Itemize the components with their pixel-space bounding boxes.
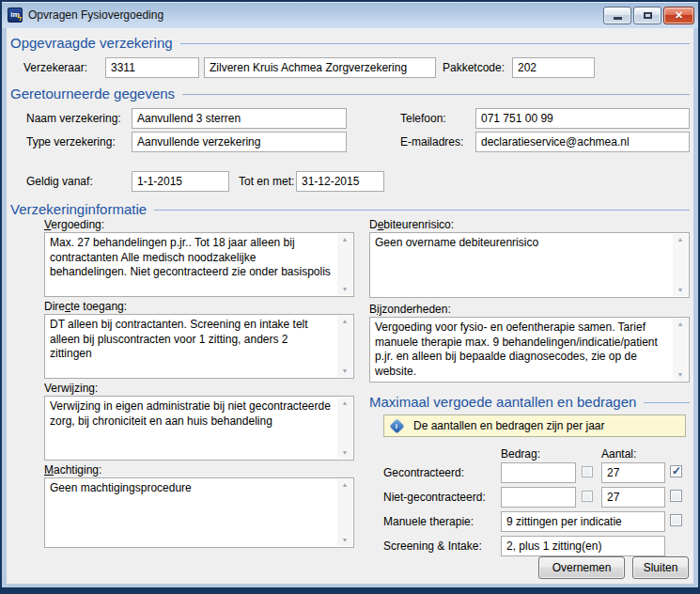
- notice-banner: i De aantallen en bedragen zijn per jaar: [383, 414, 686, 437]
- scroll-up-icon: ▲: [677, 236, 684, 243]
- verwijzing-text: Verwijzing in eigen administratie bij ni…: [50, 399, 333, 429]
- verwijzing-scrollbar[interactable]: ▲ ▼: [337, 398, 352, 459]
- debiteurenrisico-textbox[interactable]: Geen overname debiteurenrisico ▲ ▼: [369, 232, 690, 298]
- directe-toegang-text: DT alleen bij contractanten. Screening e…: [50, 318, 333, 362]
- gecontracteerd-bedrag-input[interactable]: [501, 462, 576, 483]
- minimize-button[interactable]: [603, 7, 631, 24]
- gecontracteerd-aantal-checkbox[interactable]: [670, 465, 682, 477]
- aantal-column-header: Aantal:: [601, 447, 636, 461]
- verzekeraar-naam-input[interactable]: [204, 57, 436, 78]
- directe-toegang-textbox[interactable]: DT alleen bij contractanten. Screening e…: [44, 314, 354, 379]
- vergoeding-text: Max. 27 behandelingen p.jr.. Tot 18 jaar…: [50, 236, 333, 280]
- section-title-opgevraagde: Opgevraagde verzekering: [10, 35, 173, 51]
- scroll-up-icon: ▲: [342, 481, 349, 489]
- section-divider: [182, 94, 690, 95]
- bijzonderheden-textbox[interactable]: Vergoeding voor fysio- en oefentherapie …: [369, 317, 690, 383]
- dialog-window: im ϟ Opvragen Fysiovergoeding ✕ Opgevraa…: [0, 0, 700, 594]
- app-icon: im ϟ: [8, 8, 23, 23]
- telefoon-label: Telefoon:: [400, 112, 446, 125]
- geldig-vanaf-label: Geldig vanaf:: [26, 175, 93, 188]
- geldig-vanaf-input[interactable]: [132, 171, 229, 192]
- vergoeding-textbox[interactable]: Max. 27 behandelingen p.jr.. Tot 18 jaar…: [44, 232, 354, 297]
- debiteurenrisico-label: Debiteurenrisico:: [369, 218, 454, 231]
- section-verzekeringinformatie: Verzekeringinformatie: [10, 199, 690, 218]
- close-button[interactable]: ✕: [663, 7, 694, 24]
- directe-toegang-label: Directe toegang:: [44, 300, 127, 313]
- scroll-up-icon: ▲: [342, 318, 349, 325]
- machtiging-label: Machtiging:: [44, 463, 101, 477]
- type-verzekering-label: Type verzekering:: [26, 135, 116, 148]
- niet-gecontracteerd-label: Niet-gecontracteerd:: [383, 491, 486, 504]
- section-opgevraagde-verzekering: Opgevraagde verzekering: [10, 33, 690, 52]
- window-title: Opvragen Fysiovergoeding: [28, 8, 603, 22]
- maximize-icon: [644, 12, 652, 19]
- naam-verzekering-input[interactable]: [132, 108, 347, 129]
- section-title-verzekeringinformatie: Verzekeringinformatie: [10, 201, 147, 217]
- dialog-content: Opgevraagde verzekering Verzekeraar: Pak…: [7, 28, 693, 584]
- email-label: E-mailadres:: [400, 135, 463, 148]
- gecontracteerd-aantal-input[interactable]: [601, 462, 665, 483]
- section-title-geretourneerde: Geretourneerde gegevens: [10, 86, 175, 102]
- niet-gecontracteerd-bedrag-input[interactable]: [501, 487, 576, 508]
- scroll-down-icon: ▼: [342, 537, 349, 544]
- minimize-icon: [614, 17, 622, 20]
- app-logo-bolt-icon: ϟ: [17, 14, 22, 23]
- scroll-up-icon: ▲: [342, 399, 349, 407]
- scroll-up-icon: ▲: [342, 236, 349, 243]
- scroll-down-icon: ▼: [677, 287, 684, 294]
- manuele-therapie-input[interactable]: [501, 511, 665, 532]
- scroll-up-icon: ▲: [677, 320, 684, 328]
- section-divider: [644, 402, 690, 403]
- verwijzing-textbox[interactable]: Verwijzing in eigen administratie bij ni…: [44, 396, 354, 461]
- section-divider: [154, 210, 690, 211]
- verzekeraar-code-input[interactable]: [105, 57, 199, 78]
- titlebar[interactable]: im ϟ Opvragen Fysiovergoeding ✕: [2, 2, 698, 28]
- scroll-down-icon: ▼: [342, 367, 349, 375]
- niet-gecontracteerd-aantal-checkbox[interactable]: [670, 490, 682, 502]
- gecontracteerd-bedrag-checkbox[interactable]: [582, 466, 593, 477]
- section-geretourneerde-gegevens: Geretourneerde gegevens: [10, 84, 690, 102]
- bijzonderheden-scrollbar[interactable]: ▲ ▼: [673, 319, 688, 381]
- debiteurenrisico-text: Geen overname debiteurenrisico: [375, 236, 668, 251]
- niet-gecontracteerd-bedrag-checkbox[interactable]: [582, 491, 593, 502]
- niet-gecontracteerd-aantal-input[interactable]: [601, 487, 665, 508]
- machtiging-text: Geen machtigingsprocedure: [50, 481, 333, 496]
- section-title-maximaal: Maximaal vergoede aantallen en bedragen: [369, 394, 636, 410]
- manuele-therapie-checkbox[interactable]: [670, 514, 682, 526]
- section-divider: [180, 43, 690, 44]
- pakketcode-input[interactable]: [512, 57, 595, 78]
- naam-verzekering-label: Naam verzekering:: [26, 112, 121, 125]
- scroll-down-icon: ▼: [342, 449, 349, 457]
- screening-intake-label: Screening & Intake:: [383, 539, 482, 553]
- verzekeraar-label: Verzekeraar:: [23, 61, 87, 74]
- pakketcode-label: Pakketcode:: [443, 61, 505, 74]
- bijzonderheden-label: Bijzonderheden:: [369, 303, 451, 316]
- email-input[interactable]: [475, 132, 690, 152]
- scroll-down-icon: ▼: [342, 286, 349, 293]
- telefoon-input[interactable]: [475, 108, 690, 129]
- tot-en-met-label: Tot en met:: [239, 175, 294, 188]
- info-icon: i: [390, 418, 405, 433]
- tot-en-met-input[interactable]: [296, 171, 384, 192]
- maximize-button[interactable]: [633, 7, 661, 24]
- bedrag-column-header: Bedrag:: [501, 447, 540, 461]
- notice-text: De aantallen en bedragen zijn per jaar: [413, 419, 604, 432]
- screening-intake-input[interactable]: [501, 536, 665, 556]
- window-controls: ✕: [603, 7, 694, 24]
- type-verzekering-input[interactable]: [132, 132, 347, 152]
- directe-toegang-scrollbar[interactable]: ▲ ▼: [337, 316, 352, 377]
- machtiging-textbox[interactable]: Geen machtigingsprocedure ▲ ▼: [44, 477, 354, 548]
- manuele-therapie-label: Manuele therapie:: [383, 515, 474, 528]
- close-icon: ✕: [675, 10, 683, 21]
- debiteurenrisico-scrollbar[interactable]: ▲ ▼: [673, 234, 688, 296]
- gecontracteerd-label: Gecontracteerd:: [383, 466, 464, 479]
- bijzonderheden-text: Vergoeding voor fysio- en oefentherapie …: [375, 320, 668, 379]
- vergoeding-scrollbar[interactable]: ▲ ▼: [337, 234, 352, 295]
- scroll-down-icon: ▼: [677, 371, 684, 379]
- verwijzing-label: Verwijzing:: [44, 382, 98, 395]
- section-maximaal-vergoede: Maximaal vergoede aantallen en bedragen: [369, 392, 690, 411]
- machtiging-scrollbar[interactable]: ▲ ▼: [337, 479, 352, 546]
- sluiten-button[interactable]: Sluiten: [632, 556, 689, 579]
- vergoeding-label: Vergoeding:: [44, 218, 104, 231]
- overnemen-button[interactable]: Overnemen: [538, 556, 625, 579]
